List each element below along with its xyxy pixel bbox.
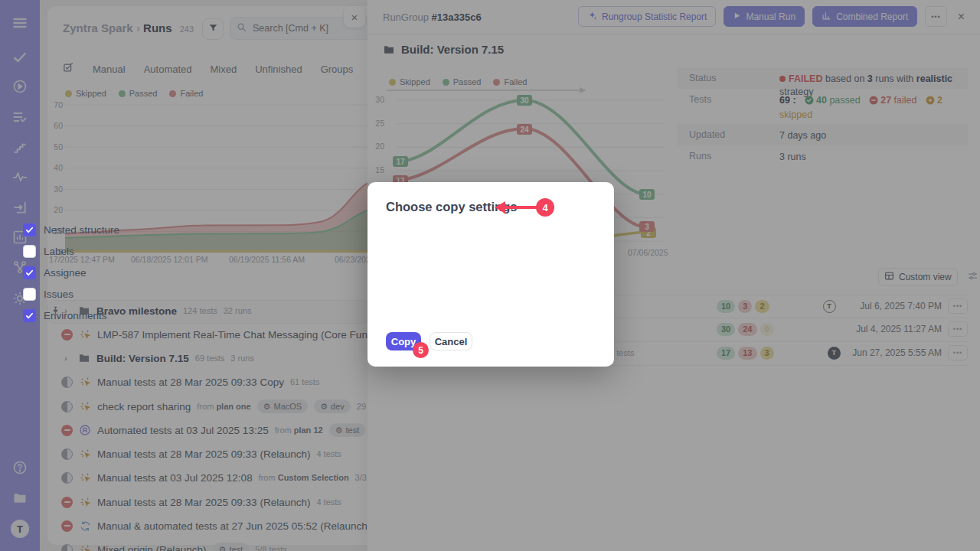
annotation-arrow (493, 197, 539, 217)
option-assignee[interactable]: Assignee (23, 266, 87, 279)
option-nested-structure[interactable]: Nested structure (23, 223, 119, 236)
option-labels[interactable]: Labels (23, 245, 74, 258)
checkbox-icon[interactable] (23, 288, 36, 301)
annotation-step-4-badge: 4 (536, 198, 554, 217)
cancel-button[interactable]: Cancel (430, 332, 472, 350)
checkbox-icon[interactable] (23, 309, 36, 322)
checkbox-icon[interactable] (23, 223, 36, 236)
annotation-step-5-badge: 5 (413, 342, 429, 358)
checkbox-icon[interactable] (23, 245, 36, 258)
checkbox-icon[interactable] (23, 266, 36, 279)
option-environments[interactable]: Environments (23, 309, 107, 322)
option-issues[interactable]: Issues (23, 288, 74, 301)
